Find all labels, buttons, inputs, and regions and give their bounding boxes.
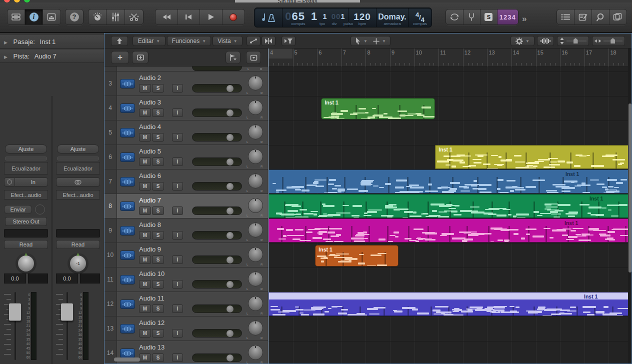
track-volume-knob[interactable] [226,256,234,264]
track-mute-button[interactable]: M [139,280,151,288]
midi-region-audio-3[interactable]: Inst 1 [321,98,434,120]
track-input-monitor-button[interactable]: I [172,354,183,362]
track-pan-knob[interactable] [248,296,263,311]
track-pan-knob[interactable] [248,272,263,286]
vertical-scrollbar[interactable] [628,104,632,272]
track-volume-slider[interactable] [192,206,242,215]
track-pan-knob[interactable] [248,222,263,238]
track-volume-knob[interactable] [226,354,234,362]
duplicate-track-icon[interactable] [132,51,148,64]
functions-menu[interactable]: Funciones▼ [167,36,211,46]
midi-region-audio-9[interactable]: Inst 1 [315,245,398,266]
solo-mode-button[interactable]: S [480,10,498,24]
track-volume-knob[interactable] [226,232,234,239]
track-mute-button[interactable]: M [139,133,151,142]
horizontal-zoom-handle[interactable] [610,38,615,44]
midi-region-audio-6[interactable]: Inst 1 [268,170,632,194]
track-input-monitor-button[interactable]: I [172,256,183,264]
eq-thumbnail[interactable]: Ecualizador [4,162,48,174]
track-volume-slider[interactable] [192,182,242,190]
track-volume-knob[interactable] [226,330,234,337]
track-input-monitor-button[interactable]: I [172,231,183,240]
track-solo-button[interactable]: S [152,354,164,362]
peak-display[interactable] [28,274,48,284]
track-solo-button[interactable]: S [152,231,164,240]
rewind-icon[interactable] [156,10,178,24]
track-mute-button[interactable]: M [139,256,151,264]
track-solo-button[interactable]: S [152,133,164,142]
eq-thumbnail[interactable]: Ecualizador [56,162,100,174]
audio-waveform-icon[interactable] [120,202,135,211]
flex-icon[interactable] [262,36,276,46]
track-flag-icon[interactable] [226,51,240,64]
track-mute-button[interactable]: M [139,354,151,362]
goto-begin-icon[interactable] [178,10,200,24]
lcd-position[interactable]: 0 65 1 1 00 1 compás tpo div pulso [282,8,348,27]
audio-waveform-icon[interactable] [120,226,135,236]
track-mute-button[interactable]: M [139,108,151,117]
track-volume-knob[interactable] [226,85,234,92]
pan-knob[interactable] [16,253,36,274]
editors-scissors-icon[interactable] [125,10,143,24]
disclosure-triangle-icon[interactable]: ▶ [4,50,8,64]
automation-mode-button[interactable]: Read [56,240,100,249]
track-mute-button[interactable]: M [139,84,151,92]
track-input-monitor-button[interactable]: I [172,158,183,166]
send-knob[interactable] [35,204,45,214]
audio-waveform-icon[interactable] [120,152,135,162]
track-volume-slider[interactable] [192,108,242,117]
lcd-tempo[interactable]: 120 bpm [348,8,376,27]
track-mute-button[interactable]: M [139,329,151,338]
track-volume-knob[interactable] [226,183,234,190]
track-header-audio-4[interactable]: 5Audio 4MSILR [104,120,268,145]
horizontal-zoom-icon[interactable] [592,36,625,46]
automation-icon[interactable] [246,36,260,46]
audio-fx-slot[interactable]: Efect...audio [56,190,100,200]
stereo-format-button[interactable] [56,178,100,186]
audio-waveform-icon[interactable] [120,79,135,88]
media-icon[interactable]: ♪ [610,10,626,24]
play-icon[interactable] [200,10,222,24]
track-volume-slider[interactable] [192,158,242,166]
midi-fx-slot[interactable] [57,156,99,160]
lcd-key[interactable]: Domay. armadura [376,8,408,27]
count-in-button[interactable]: 1234 [498,10,518,24]
track-input-monitor-button[interactable]: I [172,182,183,190]
volume-fader[interactable]: 03691215182124303540455060 [53,292,103,360]
track-volume-knob[interactable] [226,158,234,166]
track-solo-button[interactable]: S [152,158,164,166]
audio-waveform-icon[interactable] [120,324,135,334]
track-volume-knob[interactable] [226,110,234,116]
catch-filter-icon[interactable] [282,36,296,46]
track-volume-slider[interactable] [192,280,242,288]
track-header-audio-3[interactable]: 4Audio 3MSILR [104,96,268,120]
audio-waveform-icon[interactable] [120,275,135,284]
track-solo-button[interactable]: S [152,206,164,215]
track-pan-knob[interactable] [248,174,263,188]
track-options-icon[interactable] [246,51,261,64]
input-format-icon[interactable] [7,180,12,184]
track-solo-button[interactable]: S [152,256,164,264]
tuner-icon[interactable] [464,10,481,24]
track-solo-button[interactable]: S [152,84,164,92]
audio-waveform-icon[interactable] [120,104,135,113]
track-input-monitor-button[interactable]: I [172,280,183,288]
library-icon[interactable] [8,10,25,24]
automation-mode-button[interactable]: Read [4,240,48,249]
group-slot[interactable] [4,229,48,238]
track-header-audio-2[interactable]: 3Audio 2MSILR [104,72,268,96]
track-solo-button[interactable]: S [152,304,164,313]
waveform-zoom-icon[interactable] [537,36,554,46]
track-mute-button[interactable]: M [139,206,151,215]
track-header-audio-7[interactable]: 8Audio 7MSILR [104,194,268,218]
vertical-zoom-handle[interactable] [574,38,578,44]
record-icon[interactable] [222,10,244,24]
track-volume-slider[interactable] [192,354,242,362]
media-browser-icon[interactable] [43,10,60,24]
track-input-monitor-button[interactable]: I [172,133,183,142]
midi-region-audio-8[interactable]: Inst 1 [268,218,632,242]
audio-waveform-icon[interactable] [120,250,135,260]
setting-button[interactable]: Ajuste [5,144,47,154]
track-pan-knob[interactable] [248,100,263,115]
track-mute-button[interactable]: M [139,158,151,166]
